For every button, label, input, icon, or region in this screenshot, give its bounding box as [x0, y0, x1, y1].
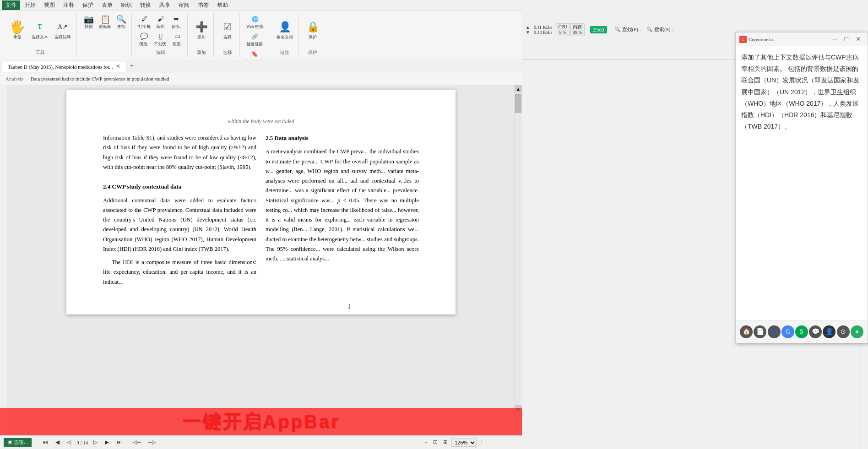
ct-home-btn[interactable]: 🏠	[740, 325, 753, 338]
fit-page-btn[interactable]: ⊞	[441, 438, 450, 447]
menu-share[interactable]: 共享	[156, 0, 174, 10]
hand-tool-button[interactable]: 🖐 手型	[6, 14, 28, 46]
highlight-button[interactable]: 🖌 高亮.	[153, 14, 168, 30]
snapshot-buttons: 📷 快照 📋 剪贴板 🔍 查找	[81, 14, 129, 30]
cpu-box: CPU 5 %	[556, 23, 569, 36]
find-button[interactable]: 🔍 查找	[114, 14, 129, 30]
mem-value: 49 %	[573, 30, 582, 35]
nav-next-btn[interactable]: ▶	[103, 438, 111, 447]
add-tab-button[interactable]: +	[126, 60, 138, 72]
add-group-label: 添加	[197, 49, 206, 56]
select-buttons: ☑ 选择	[218, 14, 237, 46]
snapshot-button[interactable]: 📷 快照	[81, 14, 96, 30]
fit-width-btn[interactable]: ⊡	[431, 438, 439, 447]
nav-first-btn[interactable]: ⏮	[41, 438, 50, 447]
right-scrollbar[interactable]: ▲ ▼	[515, 85, 522, 435]
mem-label: 内存	[573, 24, 582, 30]
ct-bottom-toolbar: 🏠 📄 🐾 G S 💬 👤 ⊙ ●	[736, 320, 868, 343]
arrow-label: 箭头.	[172, 24, 181, 29]
typewriter-button[interactable]: 🖊 打字机	[136, 14, 152, 30]
select-button[interactable]: ☑ 选择	[218, 14, 237, 46]
comment-button[interactable]: 💬 便批.	[136, 31, 151, 48]
select-annotation-button[interactable]: A↗ 选择注释	[52, 14, 74, 46]
filter-row: Analysis Data presented had to include C…	[0, 72, 522, 85]
arrow-button[interactable]: ➡ 箭头.	[169, 14, 184, 30]
select-text-icon: T	[38, 20, 42, 34]
document-tab[interactable]: Tauben D (May 2015). Nonopioid medicatio…	[2, 61, 126, 72]
nav-prev-page-btn[interactable]: ◁	[65, 438, 73, 447]
find-label: 查找	[117, 24, 125, 29]
find-btn[interactable]: 🔍 查找(F)...	[614, 26, 642, 33]
underline-label: 下划线.	[154, 41, 167, 47]
web-link-button[interactable]: 🌐 Web 链接.	[244, 14, 266, 30]
ct-maximize-btn[interactable]: □	[842, 35, 851, 44]
tab-label: Tauben D (May 2015). Nonopioid medicatio…	[8, 64, 113, 70]
link-group-label: 链接	[280, 49, 289, 56]
tab-bar: Tauben D (May 2015). Nonopioid medicatio…	[0, 60, 522, 72]
menu-convert[interactable]: 转换	[136, 0, 155, 10]
menu-form[interactable]: 表单	[98, 0, 116, 10]
appbar-text: 一键开启AppBar	[182, 409, 340, 434]
network-down: 0.14 KB/s	[534, 30, 553, 35]
left-para-3: The HDI is a composite measure of three …	[103, 258, 256, 287]
create-link-button[interactable]: 🔗 创建链接	[244, 31, 265, 48]
excluded-text: within the body were excluded	[103, 117, 419, 126]
nav-last-btn[interactable]: ⏭	[114, 438, 124, 447]
menu-start[interactable]: 开始	[21, 0, 39, 10]
highlight-label: 高亮.	[156, 24, 165, 29]
clipboard-label: 剪贴板	[99, 24, 111, 29]
protect-buttons: 🔒 保护	[304, 14, 322, 46]
sign-doc-button[interactable]: 👤 签名文档	[274, 14, 296, 46]
filter-col1-label: Analysis	[5, 76, 23, 81]
menu-view[interactable]: 视图	[40, 0, 59, 10]
ct-green-btn[interactable]: ●	[851, 325, 863, 338]
ct-s-btn[interactable]: S	[795, 325, 808, 338]
underline-button[interactable]: U 下划线.	[152, 31, 169, 48]
ct-copy-btn[interactable]: 📄	[754, 325, 766, 338]
ct-close-btn[interactable]: ✕	[853, 34, 864, 44]
page-canvas: within the body were excluded Informatio…	[66, 90, 456, 314]
add-icon: ➕	[195, 20, 208, 34]
nav-prev-btn[interactable]: ◀	[54, 438, 61, 447]
page-info: 3 / 14	[76, 440, 88, 445]
right-para-1: A meta-analysis combined the CWP preva..…	[266, 147, 419, 264]
add-button[interactable]: ➕ 添加	[192, 14, 211, 46]
clipboard-button[interactable]: 📋 剪贴板	[97, 14, 113, 30]
doc-content: Analysis Data presented had to include C…	[0, 72, 522, 435]
menu-review[interactable]: 审阅	[175, 0, 193, 10]
nav-forward-btn[interactable]: ─▷	[146, 438, 158, 447]
create-link-label: 创建链接	[246, 41, 263, 47]
scroll-thumb[interactable]	[515, 94, 521, 113]
menu-bookmark[interactable]: 书签	[194, 0, 212, 10]
select-options-button[interactable]: ▣ 选项...	[4, 438, 32, 447]
protect-button[interactable]: 🔒 保护	[304, 14, 322, 46]
menu-help[interactable]: 帮助	[213, 0, 232, 10]
menu-file[interactable]: 文件	[2, 0, 20, 10]
close-tab-button[interactable]: ✕	[116, 63, 120, 70]
select-text-button[interactable]: T 选择文本	[29, 14, 51, 46]
sign-doc-label: 签名文档	[277, 34, 293, 40]
search-btn[interactable]: 🔍 搜索(S)...	[646, 26, 674, 33]
clipboard-icon: 📋	[100, 15, 110, 24]
ct-title: Copytransla...	[749, 37, 828, 42]
menu-organize[interactable]: 组织	[117, 0, 136, 10]
ct-user-btn[interactable]: 👤	[823, 325, 835, 338]
menu-annotate[interactable]: 注释	[60, 0, 78, 10]
ct-circle-btn[interactable]: ⊙	[837, 325, 850, 338]
ct-dog-btn[interactable]: 🐾	[768, 325, 781, 338]
web-link-label: Web 链接.	[246, 24, 264, 29]
appbar-banner[interactable]: 一键开启AppBar	[0, 408, 522, 435]
zoom-select[interactable]: 125% 100% 75% 150%	[451, 438, 477, 447]
rect-button[interactable]: ▭ 矩形.	[170, 31, 184, 48]
zoom-in-btn[interactable]: +	[478, 438, 485, 447]
select-annotation-label: 选择注释	[54, 34, 71, 40]
ct-minimize-btn[interactable]: ─	[830, 35, 840, 44]
ct-msg-btn[interactable]: 💬	[809, 325, 822, 338]
nav-back-btn[interactable]: ◁─	[131, 438, 143, 447]
time-display: 29:03	[590, 26, 607, 33]
nav-next-page-btn[interactable]: ▷	[92, 438, 99, 447]
menu-protect[interactable]: 保护	[79, 0, 97, 10]
ct-google-btn[interactable]: G	[781, 325, 794, 338]
scroll-up-btn[interactable]: ▲	[515, 85, 522, 92]
zoom-out-btn[interactable]: −	[423, 438, 429, 447]
